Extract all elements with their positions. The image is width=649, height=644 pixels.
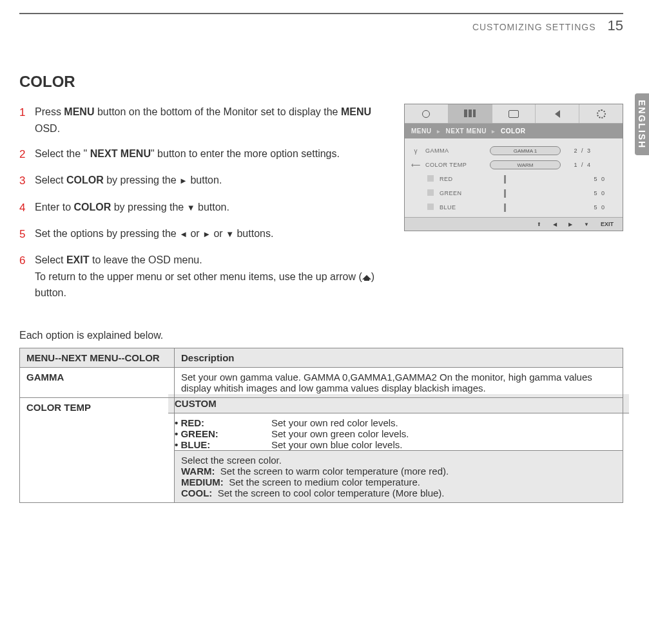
osd-pill[interactable]: WARM	[490, 160, 561, 169]
green-swatch-icon	[427, 189, 434, 196]
osd-row-colortemp[interactable]: ⟵ COLOR TEMP WARM 1 / 4	[411, 158, 615, 172]
osd-row-red[interactable]: RED 5 0	[411, 172, 615, 186]
left-icon[interactable]: ◀	[553, 222, 557, 227]
page-number: 15	[608, 17, 623, 34]
text: or	[188, 228, 202, 239]
text: " button to enter the more option settin…	[151, 148, 340, 159]
red-desc: Set your own red color levels.	[271, 417, 623, 428]
blue-desc: Set your own blue color levels.	[271, 439, 623, 450]
text: Set the options by pressing the	[35, 228, 179, 239]
select-color-cell: Select the screen color. WARM: Set the s…	[175, 450, 623, 502]
step-number: 6	[19, 252, 28, 301]
exit-button[interactable]: EXIT	[601, 221, 614, 227]
step-number: 3	[19, 172, 28, 189]
section-title: COLOR	[19, 73, 623, 91]
text: by pressing the	[104, 175, 179, 185]
next-menu-label: NEXT MENU	[90, 148, 151, 159]
table-head-left: MENU--NEXT MENU--COLOR	[20, 348, 175, 367]
red-swatch-icon	[427, 175, 434, 182]
text: Enter to	[35, 202, 73, 213]
step-number: 2	[19, 146, 28, 163]
text: button.	[188, 175, 222, 185]
text: To return to the upper menu or set other…	[35, 271, 362, 282]
brightness-icon	[422, 110, 430, 118]
osd-breadcrumb: MENU ▸ NEXT MENU ▸ COLOR	[405, 124, 623, 138]
osd-value: 5 0	[580, 190, 606, 196]
text: buttons.	[234, 228, 273, 239]
osd-tab-color[interactable]	[449, 104, 492, 123]
select-color-line: Select the screen color.	[181, 455, 616, 466]
text: Press	[35, 106, 64, 117]
osd-tab-row	[405, 104, 623, 124]
step-number: 5	[19, 225, 28, 243]
osd-pill[interactable]: GAMMA 1	[490, 146, 561, 155]
breadcrumb-next-menu: NEXT MENU	[446, 128, 487, 135]
text: Select	[35, 254, 66, 265]
slider[interactable]	[504, 204, 506, 212]
text: button.	[195, 202, 229, 213]
osd-tab-display[interactable]	[492, 104, 536, 123]
warm-desc: Set the screen to warm color temperature…	[220, 466, 449, 477]
temp-icon: ⟵	[411, 162, 420, 169]
osd-label: COLOR TEMP	[425, 162, 485, 168]
description-table: MENU--NEXT MENU--COLOR Description GAMMA…	[19, 348, 623, 503]
down-arrow-icon: ▼	[187, 202, 195, 215]
osd-row-blue[interactable]: BLUE 5 0	[411, 200, 615, 214]
step-1: 1 Press MENU button on the bottom of the…	[19, 104, 385, 137]
osd-row-gamma[interactable]: γ GAMMA GAMMA 1 2 / 3	[411, 144, 615, 158]
color-icon	[464, 109, 476, 118]
step-6: 6 Select EXIT to leave the OSD menu. To …	[19, 252, 385, 301]
right-arrow-icon: ►	[179, 175, 188, 188]
osd-label: GAMMA	[425, 147, 485, 154]
language-tab: ENGLISH	[635, 93, 649, 155]
blue-swatch-icon	[427, 204, 434, 210]
green-key: • GREEN:	[175, 428, 271, 439]
green-desc: Set your own green color levels.	[271, 428, 623, 439]
osd-tab-settings[interactable]	[579, 104, 623, 123]
left-arrow-icon: ◄	[179, 228, 188, 242]
page-header: CUSTOMIZING SETTINGS 15	[19, 13, 623, 34]
text: or	[211, 228, 226, 239]
osd-value: 2 / 3	[566, 147, 592, 154]
text: OSD.	[35, 123, 60, 134]
osd-value: 5 0	[580, 204, 606, 211]
gamma-icon: γ	[411, 147, 420, 155]
slider[interactable]	[504, 189, 506, 198]
osd-label: RED	[440, 176, 499, 182]
step-2: 2 Select the " NEXT MENU" button to ente…	[19, 146, 385, 163]
display-icon	[509, 110, 519, 118]
step-3: 3 Select COLOR by pressing the ► button.	[19, 172, 385, 189]
text: Select the "	[35, 148, 90, 159]
slider[interactable]	[504, 175, 506, 184]
right-icon[interactable]: ▶	[568, 222, 572, 227]
menu-label: MENU	[341, 106, 371, 117]
breadcrumb-color: COLOR	[501, 128, 526, 135]
text: to leave the OSD menu.	[89, 254, 202, 265]
menu-label: MENU	[64, 106, 94, 117]
medium-desc: Set the screen to medium color temperatu…	[229, 477, 420, 488]
osd-footer: ⬆ ◀ ▶ ▼ EXIT	[405, 217, 623, 231]
header-section: CUSTOMIZING SETTINGS	[472, 22, 596, 32]
custom-subhead: CUSTOM	[168, 394, 629, 413]
cool-key: COOL:	[181, 488, 212, 498]
gamma-row-desc: Set your own gamma value. GAMMA 0,GAMMA1…	[175, 367, 623, 397]
chevron-right-icon: ▸	[437, 128, 441, 135]
text: by pressing the	[111, 202, 186, 213]
osd-label: GREEN	[440, 190, 499, 196]
breadcrumb-menu: MENU	[411, 128, 431, 135]
osd-tab-brightness[interactable]	[405, 104, 449, 123]
osd-row-green[interactable]: GREEN 5 0	[411, 186, 615, 200]
osd-value: 1 / 4	[566, 162, 592, 168]
table-head-right: Description	[175, 348, 623, 367]
gear-icon	[597, 109, 606, 118]
step-number: 4	[19, 199, 28, 216]
step-4: 4 Enter to COLOR by pressing the ▼ butto…	[19, 199, 385, 216]
speaker-icon	[555, 110, 560, 118]
cool-desc: Set the screen to cool color temperature…	[218, 488, 445, 498]
osd-label: BLUE	[440, 204, 499, 211]
down-icon[interactable]: ▼	[584, 222, 589, 227]
osd-tab-audio[interactable]	[536, 104, 579, 123]
up-icon[interactable]: ⬆	[537, 222, 541, 227]
gamma-row-label: GAMMA	[20, 367, 175, 397]
text: button on the bottom of the Monitor set …	[94, 106, 340, 117]
